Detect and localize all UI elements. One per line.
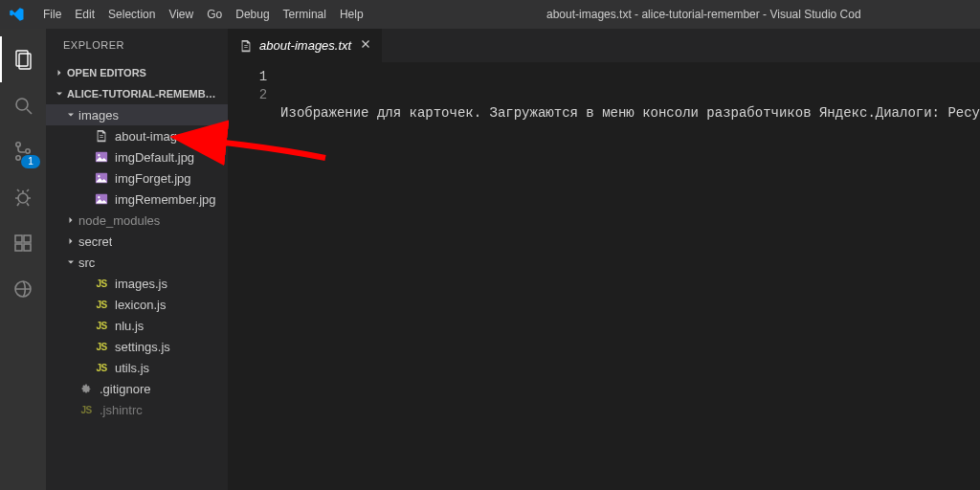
- folder-secret[interactable]: secret: [46, 231, 228, 252]
- menu-file[interactable]: File: [36, 0, 68, 29]
- file-imgforget[interactable]: · imgForget.jpg: [46, 167, 228, 189]
- line-number: 1: [229, 68, 267, 86]
- file-text-icon: [238, 38, 254, 54]
- chevron-down-icon: [63, 256, 78, 268]
- svg-point-2: [16, 99, 28, 110]
- menu-go[interactable]: Go: [200, 0, 229, 29]
- file-label: images.js: [115, 277, 167, 291]
- svg-point-14: [98, 154, 100, 156]
- scm-badge: 1: [21, 155, 40, 168]
- file-label: .gitignore: [100, 382, 150, 396]
- activity-remote[interactable]: [0, 266, 46, 312]
- file-jshintrc[interactable]: · JS .jshintrc: [46, 399, 228, 420]
- svg-rect-10: [24, 244, 31, 251]
- editor-tabs: about-images.txt: [229, 29, 980, 62]
- file-label: .jshintrc: [100, 403, 143, 417]
- file-js-icon: JS: [94, 276, 109, 291]
- file-label: imgForget.jpg: [115, 171, 190, 186]
- line-number: 2: [229, 86, 267, 104]
- tab-label: about-images.txt: [259, 38, 351, 53]
- folder-label: node_modules: [78, 213, 160, 228]
- chevron-right-icon: [63, 235, 78, 247]
- code[interactable]: Изображение для карточек. Загружаются в …: [280, 68, 980, 490]
- gutter: 1 2: [229, 68, 280, 490]
- activity-debug[interactable]: [0, 174, 46, 220]
- file-gitignore[interactable]: · .gitignore: [46, 378, 228, 399]
- folder-label: secret: [78, 234, 112, 249]
- svg-line-3: [27, 109, 32, 114]
- file-utils-js[interactable]: · JS utils.js: [46, 357, 228, 378]
- file-imgremember[interactable]: · imgRemember.jpg: [46, 189, 228, 210]
- svg-rect-11: [24, 235, 31, 242]
- svg-rect-9: [15, 244, 22, 251]
- file-label: imgDefault.jpg: [115, 150, 194, 165]
- file-label: imgRemember.jpg: [115, 192, 216, 207]
- menu-terminal[interactable]: Terminal: [277, 0, 333, 29]
- file-js-icon: JS: [94, 318, 109, 333]
- file-image-icon: [94, 170, 109, 186]
- file-label: utils.js: [115, 361, 149, 375]
- chevron-right-icon: [52, 67, 67, 78]
- menu-help[interactable]: Help: [333, 0, 370, 29]
- menu-debug[interactable]: Debug: [229, 0, 276, 29]
- file-label: lexicon.js: [115, 298, 166, 312]
- tab-about-images[interactable]: about-images.txt: [229, 29, 383, 62]
- code-line: [280, 159, 980, 177]
- svg-rect-8: [15, 235, 22, 242]
- vscode-logo-icon: [8, 6, 25, 23]
- window-title: about-images.txt - alice-tutorial-rememb…: [370, 8, 980, 21]
- folder-node-modules[interactable]: node_modules: [46, 210, 228, 231]
- file-js-icon: JS: [78, 402, 94, 417]
- svg-point-5: [16, 156, 20, 160]
- menu-edit[interactable]: Edit: [68, 0, 101, 29]
- svg-point-16: [98, 175, 100, 177]
- gear-icon: [78, 381, 94, 396]
- section-project-root[interactable]: ALICE-TUTORIAL-REMEMB…: [46, 83, 228, 104]
- menu-selection[interactable]: Selection: [101, 0, 162, 29]
- file-image-icon: [94, 149, 109, 165]
- code-line: Изображение для карточек. Загружаются в …: [280, 104, 980, 122]
- svg-point-6: [26, 149, 30, 153]
- folder-src[interactable]: src: [46, 252, 228, 273]
- file-imgdefault[interactable]: · imgDefault.jpg: [46, 146, 228, 167]
- chevron-down-icon: [63, 109, 78, 121]
- activity-explorer[interactable]: [0, 36, 46, 82]
- file-js-icon: JS: [94, 360, 109, 375]
- file-lexicon-js[interactable]: · JS lexicon.js: [46, 294, 228, 315]
- file-js-icon: JS: [94, 297, 109, 312]
- section-open-editors[interactable]: OPEN EDITORS: [46, 62, 228, 83]
- chevron-right-icon: [63, 214, 78, 226]
- activity-source-control[interactable]: 1: [0, 128, 46, 174]
- editor-area: about-images.txt 1 2 Изображение для кар…: [229, 29, 980, 490]
- chevron-down-icon: [52, 88, 67, 100]
- title-bar: File Edit Selection View Go Debug Termin…: [0, 0, 980, 29]
- file-image-icon: [94, 191, 109, 207]
- svg-point-18: [98, 196, 100, 198]
- activity-search[interactable]: [0, 82, 46, 128]
- editor-content[interactable]: 1 2 Изображение для карточек. Загружаютс…: [229, 62, 980, 490]
- file-tree: OPEN EDITORS ALICE-TUTORIAL-REMEMB… imag…: [46, 62, 228, 490]
- file-js-icon: JS: [94, 339, 109, 354]
- file-label: settings.js: [115, 340, 170, 354]
- svg-point-7: [18, 193, 28, 203]
- file-settings-js[interactable]: · JS settings.js: [46, 336, 228, 357]
- file-text-icon: [94, 128, 109, 144]
- file-about-images[interactable]: · about-images.txt: [46, 125, 228, 146]
- sidebar: EXPLORER OPEN EDITORS ALICE-TUTORIAL-REM…: [46, 29, 229, 490]
- sidebar-title: EXPLORER: [46, 29, 228, 62]
- folder-images[interactable]: images: [46, 104, 228, 125]
- open-editors-label: OPEN EDITORS: [67, 67, 146, 78]
- close-icon[interactable]: [359, 37, 372, 54]
- file-nlu-js[interactable]: · JS nlu.js: [46, 315, 228, 336]
- file-label: nlu.js: [115, 319, 144, 333]
- folder-label: src: [78, 256, 95, 270]
- menu-view[interactable]: View: [162, 0, 200, 29]
- activity-bar: 1: [0, 29, 46, 490]
- folder-images-label: images: [78, 108, 119, 122]
- project-root-label: ALICE-TUTORIAL-REMEMB…: [67, 88, 216, 100]
- file-images-js[interactable]: · JS images.js: [46, 273, 228, 294]
- activity-extensions[interactable]: [0, 220, 46, 266]
- svg-point-4: [16, 143, 20, 146]
- file-label: about-images.txt: [115, 129, 207, 144]
